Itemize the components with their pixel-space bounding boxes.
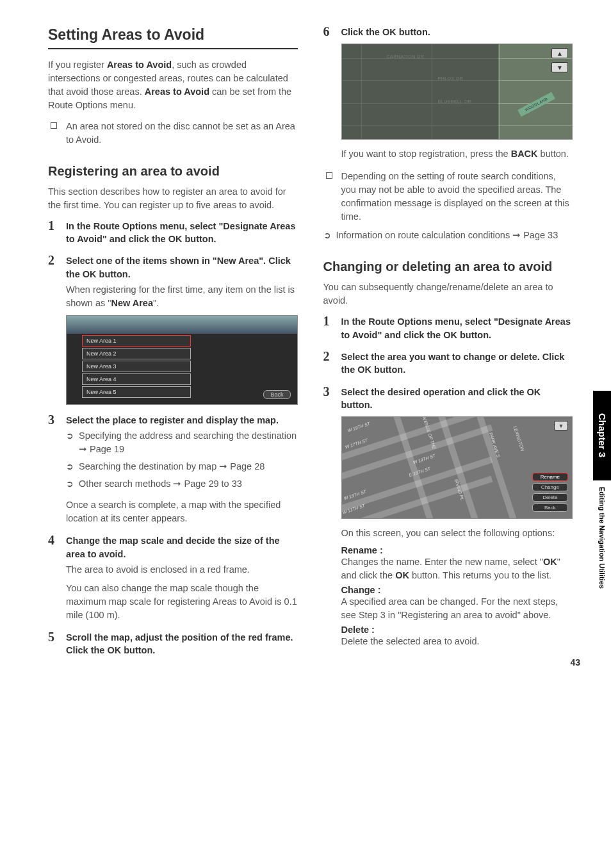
right-step-3-head: Select the desired operation and click t…: [341, 386, 573, 412]
right-step-3-after: On this screen, you can select the follo…: [341, 527, 573, 540]
option-rename-body: Changes the name. Enter the new name, se…: [341, 555, 573, 582]
body-text: button. This returns you to the list.: [409, 570, 551, 580]
body-text: button.: [538, 149, 569, 159]
ref-item: Specifying the address and searching the…: [66, 429, 298, 456]
map-screenshot-1: CARNATION DR PHLOX DR BLUEBELL DR WOODLA…: [341, 44, 573, 140]
step-text: button.: [457, 330, 491, 340]
step-text: button.: [121, 645, 155, 655]
right-step-1-head: In the Route Options menu, select "Desig…: [341, 315, 573, 341]
list-item-new-area-1[interactable]: New Area 1: [82, 335, 191, 347]
ok-label: OK: [83, 269, 97, 279]
step-text: button.: [182, 234, 216, 244]
ok-label: OK: [527, 387, 541, 397]
step-5: Scroll the map, adjust the position of t…: [48, 631, 298, 657]
heading-registering: Registering an area to avoid: [48, 163, 298, 179]
new-area-bold: New Area: [111, 298, 153, 308]
step-2: Select one of the items shown in "New Ar…: [48, 254, 298, 405]
page-number: 43: [570, 657, 580, 667]
note-item: An area not stored on the disc cannot be…: [48, 120, 298, 147]
option-change-label: Change :: [341, 585, 573, 595]
step-4-head: Change the map scale and decide the size…: [66, 534, 298, 561]
registering-intro: This section describes how to register a…: [48, 185, 298, 212]
scale-down-button[interactable]: ▼: [551, 62, 568, 72]
step-text: button.: [371, 364, 405, 375]
scale-up-button[interactable]: ▲: [551, 48, 568, 58]
option-delete-body: Delete the selected area to avoid.: [341, 635, 573, 648]
section-tab: Editing the Navigation Utilities: [593, 480, 611, 634]
ok-label: OK: [443, 330, 457, 340]
chapter-tab: Chapter 3: [593, 391, 611, 480]
scale-down-button[interactable]: ▼: [554, 421, 568, 430]
checkbox-icon: [326, 172, 332, 179]
list-item-new-area-3[interactable]: New Area 3: [82, 361, 191, 372]
side-tab: Chapter 3 Editing the Navigation Utiliti…: [593, 391, 611, 634]
step-3-head: Select the place to register and display…: [66, 414, 298, 427]
step-6-number: 6: [323, 24, 330, 39]
new-area-list-screenshot: New Area 1 New Area 2 New Area 3 New Are…: [66, 315, 298, 405]
body-text: Changes the name. Enter the new name, se…: [341, 557, 543, 567]
ok-label: OK: [382, 27, 396, 37]
checkbox-icon: [51, 122, 57, 129]
step-3-body2: Once a search is complete, a map with th…: [66, 498, 298, 525]
ref-item: Searching the destination by map ➞ Page …: [66, 460, 298, 473]
changing-intro: You can subsequently change/rename/delet…: [323, 281, 573, 307]
list-item-new-area-5[interactable]: New Area 5: [82, 386, 191, 398]
ref-item: Information on route calculation conditi…: [323, 229, 573, 242]
right-step-2: Select the area you want to change or de…: [323, 350, 573, 377]
step-4-body: The area to avoid is enclosed in a red f…: [66, 563, 298, 577]
step-text: Select the desired operation and click t…: [341, 387, 527, 397]
street-text: W 19TH ST: [346, 422, 370, 433]
back-label: BACK: [511, 149, 538, 159]
ok-label: OK: [395, 570, 409, 580]
ref-item: Other search methods ➞ Page 29 to 33: [66, 477, 298, 491]
step-3: Select the place to register and display…: [48, 414, 298, 525]
back-button[interactable]: Back: [263, 390, 290, 399]
back-button[interactable]: Back: [532, 504, 568, 512]
heading-changing: Changing or deleting an area to avoid: [323, 259, 573, 274]
step-4: Change the map scale and decide the size…: [48, 534, 298, 622]
ok-label: OK: [543, 557, 557, 567]
body-text: If you want to stop registration, press …: [341, 149, 511, 159]
step-1: In the Route Options menu, select "Desig…: [48, 220, 298, 246]
step-2-body: When registering for the first time, any…: [66, 283, 298, 310]
step-6-after: If you want to stop registration, press …: [341, 147, 573, 161]
body-text: ".: [153, 298, 159, 308]
delete-button[interactable]: Delete: [532, 493, 568, 502]
note-text: Depending on the setting of route search…: [341, 171, 569, 222]
step-text: Scroll the map, adjust the position of t…: [66, 632, 293, 655]
rename-button[interactable]: Rename: [532, 473, 568, 481]
note-text: An area not stored on the disc cannot be…: [66, 121, 295, 145]
step-1-head: In the Route Options menu, select "Desig…: [66, 220, 298, 246]
step-text: button.: [341, 400, 373, 410]
ok-label: OK: [168, 234, 183, 244]
option-change-body: A specified area can be changed. For the…: [341, 595, 573, 622]
heading-setting-areas: Setting Areas to Avoid: [48, 26, 298, 49]
intro-bold-2: Areas to Avoid: [145, 86, 209, 97]
step-6-head: Click the OK button.: [341, 26, 573, 38]
street-text: LEXINGTON: [512, 425, 525, 452]
step-text: button.: [396, 27, 430, 37]
step-4-body2: You can also change the map scale though…: [66, 582, 298, 622]
ok-label: OK: [107, 645, 121, 655]
body-text: When registering for the first time, any…: [66, 284, 295, 308]
intro-text-a: If you register: [48, 60, 107, 70]
intro-bold-1: Areas to Avoid: [107, 60, 172, 70]
right-step-1: In the Route Options menu, select "Desig…: [323, 315, 573, 341]
option-rename-label: Rename :: [341, 545, 573, 555]
step-6: 6 Click the OK button. CARNATION DR PHLO…: [323, 26, 573, 161]
list-item-new-area-4[interactable]: New Area 4: [82, 373, 191, 385]
note-item: Depending on the setting of route search…: [323, 170, 573, 224]
step-2-head: Select one of the items shown in "New Ar…: [66, 254, 298, 281]
right-step-3: Select the desired operation and click t…: [323, 386, 573, 649]
street-label-diagonal: WOODLAND: [517, 92, 555, 117]
list-item-new-area-2[interactable]: New Area 2: [82, 348, 191, 359]
ok-label: OK: [357, 364, 371, 375]
option-delete-label: Delete :: [341, 625, 573, 635]
step-text: button.: [97, 269, 131, 279]
map-screenshot-2: W 19TH ST W 17TH ST W 19TH ST E 18TH ST …: [341, 416, 573, 519]
right-step-2-head: Select the area you want to change or de…: [341, 350, 573, 377]
intro-paragraph: If you register Areas to Avoid, such as …: [48, 58, 298, 112]
step-5-head: Scroll the map, adjust the position of t…: [66, 631, 298, 657]
step-text: Click the: [341, 27, 382, 37]
change-button[interactable]: Change: [532, 483, 568, 491]
